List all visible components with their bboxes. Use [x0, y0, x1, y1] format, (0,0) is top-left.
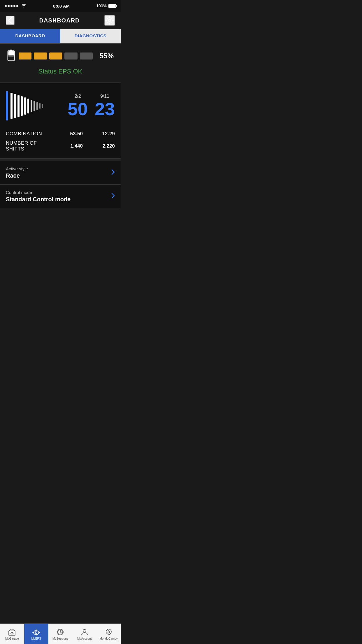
shifts-val1: 1.440 — [57, 143, 83, 149]
wifi-icon — [21, 4, 27, 8]
gear-section: 2/2 50 9/11 23 COMBINATION 53-50 12-29 N… — [0, 83, 121, 159]
control-mode-label: Control mode — [6, 190, 71, 195]
stats-row-combination: COMBINATION 53-50 12-29 — [6, 129, 115, 139]
gear-visual-row: 2/2 50 9/11 23 — [6, 88, 115, 123]
battery-level-bars — [19, 52, 93, 60]
stats-row-shifts: NUMBER OF SHIFTS 1.440 2.220 — [6, 139, 115, 154]
battery-device-icon — [7, 50, 15, 62]
gear-animation — [6, 88, 62, 123]
tab-dashboard[interactable]: DASHBOARD — [0, 29, 60, 43]
shifts-val2: 2.220 — [92, 143, 115, 149]
svg-rect-3 — [10, 50, 12, 51]
gear-left-col: 2/2 50 — [68, 94, 88, 118]
battery-percentage: 55% — [96, 52, 114, 60]
gear-left-sub: 2/2 — [74, 94, 81, 99]
gear-right-main: 23 — [95, 100, 115, 118]
signal-dot-5 — [16, 5, 18, 7]
battery-section: 55% Status EPS OK — [0, 44, 121, 83]
battery-bar-5 — [80, 52, 93, 60]
settings-button[interactable] — [104, 15, 115, 26]
gear-right-col: 9/11 23 — [95, 94, 115, 118]
main-content: 55% Status EPS OK — [0, 44, 121, 229]
battery-bar-4 — [64, 52, 77, 60]
status-bar: 8:08 AM 100% — [0, 0, 121, 12]
signal-dot-2 — [8, 5, 10, 7]
eps-status: Status EPS OK — [7, 66, 114, 78]
battery-bar-1 — [19, 52, 31, 60]
status-time: 8:08 AM — [53, 4, 70, 8]
divider-1 — [0, 159, 121, 161]
page-title: DASHBOARD — [39, 17, 80, 24]
control-mode-text: Control mode Standard Control mode — [6, 190, 71, 203]
gear-left-main: 50 — [68, 100, 88, 118]
signal-dot-3 — [10, 5, 13, 7]
active-style-value: Race — [6, 172, 28, 179]
active-style-text: Active style Race — [6, 166, 28, 179]
gear-right-sub: 9/11 — [100, 94, 109, 99]
svg-point-0 — [108, 19, 111, 22]
combination-label: COMBINATION — [6, 131, 57, 137]
signal-area — [5, 4, 27, 8]
battery-percent: 100% — [96, 4, 107, 8]
combination-val1: 53-50 — [57, 131, 83, 137]
signal-dot-4 — [13, 5, 15, 7]
battery-bar-3 — [49, 52, 62, 60]
shifts-label: NUMBER OF SHIFTS — [6, 140, 57, 152]
control-mode-chevron — [111, 193, 115, 200]
svg-rect-5 — [8, 51, 14, 55]
active-style-chevron — [111, 169, 115, 176]
signal-dot-1 — [5, 5, 7, 7]
signal-dots — [5, 5, 18, 7]
battery-icon — [108, 4, 116, 8]
combination-val2: 12-29 — [92, 131, 115, 137]
control-mode-value: Standard Control mode — [6, 196, 71, 203]
active-style-label: Active style — [6, 166, 28, 171]
header: DASHBOARD — [0, 12, 121, 29]
control-mode-card[interactable]: Control mode Standard Control mode — [0, 185, 121, 208]
battery-area: 100% — [96, 4, 116, 8]
active-style-card[interactable]: Active style Race — [0, 161, 121, 185]
tabs-container: DASHBOARD DIAGNOSTICS — [0, 29, 121, 44]
battery-bar-2 — [34, 52, 47, 60]
back-button[interactable] — [6, 16, 15, 25]
tab-diagnostics[interactable]: DIAGNOSTICS — [60, 29, 121, 43]
battery-row: 55% — [7, 50, 114, 62]
